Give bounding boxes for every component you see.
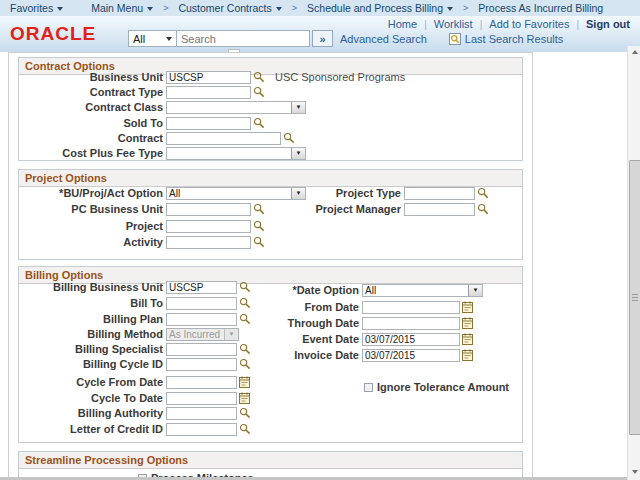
date-option-label: *Date Option (250, 284, 362, 296)
ignore-tolerance-amount-label: Ignore Tolerance Amount (377, 381, 509, 393)
search-scope-select[interactable]: All (128, 30, 177, 47)
lookup-icon[interactable] (239, 423, 251, 435)
search-input[interactable] (177, 30, 310, 47)
lookup-icon[interactable] (253, 220, 265, 232)
scrollbar-thumb[interactable] (629, 160, 640, 435)
from-date-label: From Date (250, 301, 362, 313)
billing-business-unit-input[interactable] (166, 281, 237, 294)
scroll-up-arrow-icon[interactable] (628, 46, 640, 58)
worklist-link[interactable]: Worklist (434, 18, 473, 30)
breadcrumb-favorites[interactable]: Favorites (10, 2, 63, 14)
oracle-logo: ORACLE (10, 23, 96, 45)
breadcrumb-label: Schedule and Process Billing (307, 2, 443, 14)
calendar-icon[interactable] (462, 349, 473, 361)
lookup-icon[interactable] (253, 71, 265, 83)
letter-of-credit-id-label: Letter of Credit ID (20, 423, 166, 435)
contract-class-select[interactable]: ▼ (166, 101, 306, 114)
lookup-icon[interactable] (253, 117, 265, 129)
dropdown-arrow-icon[interactable]: ▼ (291, 188, 305, 199)
header: ORACLE Home | Worklist | Add to Favorite… (0, 16, 640, 52)
sign-out-link[interactable]: Sign out (586, 18, 630, 30)
search-bar: All » (128, 30, 333, 47)
chevron-down-icon (276, 7, 282, 11)
breadcrumb-main-menu[interactable]: Main Menu (91, 2, 153, 14)
dropdown-arrow-icon[interactable]: ▼ (468, 285, 482, 296)
billing-authority-input[interactable] (166, 407, 237, 420)
project-input[interactable] (166, 220, 251, 233)
billing-specialist-input[interactable] (166, 343, 237, 356)
billing-method-label: Billing Method (20, 328, 166, 340)
lookup-icon[interactable] (477, 203, 489, 215)
breadcrumb-label: Customer Contracts (178, 2, 271, 14)
bu-proj-act-option-select[interactable]: All ▼ (166, 187, 306, 200)
activity-input[interactable] (166, 236, 251, 249)
add-to-favorites-link[interactable]: Add to Favorites (489, 18, 569, 30)
event-date-input[interactable] (362, 333, 460, 346)
through-date-label: Through Date (250, 317, 362, 329)
header-links: Home | Worklist | Add to Favorites | Sig… (381, 17, 632, 31)
lookup-icon[interactable] (253, 236, 265, 248)
home-link[interactable]: Home (388, 18, 417, 30)
cycle-to-date-input[interactable] (166, 392, 237, 405)
billing-cycle-id-label: Billing Cycle ID (20, 358, 166, 370)
business-unit-input[interactable] (166, 71, 251, 84)
business-unit-description: USC Sponsored Programs (275, 71, 405, 83)
project-manager-input[interactable] (404, 203, 475, 216)
streamline-processing-options-section: Streamline Processing Options (18, 451, 523, 480)
lookup-icon[interactable] (239, 358, 251, 370)
last-search-results-link[interactable]: Last Search Results (465, 33, 563, 45)
calendar-icon[interactable] (239, 392, 250, 404)
last-search-results-icon (449, 33, 461, 45)
billing-cycle-id-input[interactable] (166, 358, 237, 371)
contract-type-label: Contract Type (20, 86, 166, 98)
dropdown-arrow-icon[interactable]: ▼ (291, 102, 305, 113)
breadcrumb-separator: > (463, 3, 468, 13)
contract-type-input[interactable] (166, 86, 251, 99)
cycle-from-date-input[interactable] (166, 376, 237, 389)
lookup-icon[interactable] (253, 86, 265, 98)
chevron-down-icon (57, 7, 63, 11)
calendar-icon[interactable] (462, 317, 473, 329)
from-date-input[interactable] (362, 301, 460, 314)
chevron-down-icon (166, 37, 172, 41)
letter-of-credit-id-input[interactable] (166, 423, 237, 436)
scroll-down-arrow-icon[interactable] (628, 466, 640, 478)
breadcrumb-label: Main Menu (91, 2, 143, 14)
activity-label: Activity (20, 236, 166, 248)
contract-label: Contract (20, 132, 166, 144)
sold-to-input[interactable] (166, 117, 251, 130)
bu-proj-act-option-value: All (167, 188, 291, 199)
contract-input[interactable] (166, 132, 281, 145)
breadcrumb-customer-contracts[interactable]: Customer Contracts (178, 2, 281, 14)
search-go-button[interactable]: » (312, 30, 333, 47)
link-divider: | (424, 19, 427, 30)
dropdown-arrow-icon[interactable]: ▼ (291, 148, 305, 159)
search-links: Advanced Search Last Search Results (340, 33, 563, 45)
ignore-tolerance-amount-checkbox[interactable] (364, 383, 373, 392)
advanced-search-link[interactable]: Advanced Search (340, 33, 427, 45)
through-date-input[interactable] (362, 317, 460, 330)
bill-to-input[interactable] (166, 297, 237, 310)
breadcrumb-current-page: Process As Incurred Billing (478, 2, 603, 14)
lookup-icon[interactable] (253, 203, 265, 215)
breadcrumb-schedule-process-billing[interactable]: Schedule and Process Billing (307, 2, 453, 14)
chevron-down-icon (147, 7, 153, 11)
calendar-icon[interactable] (462, 333, 473, 345)
pc-business-unit-input[interactable] (166, 203, 251, 216)
billing-plan-input[interactable] (166, 313, 237, 326)
pc-business-unit-label: PC Business Unit (20, 203, 166, 215)
calendar-icon[interactable] (462, 301, 473, 313)
business-unit-label: Business Unit (20, 71, 166, 83)
calendar-icon[interactable] (239, 376, 250, 388)
project-type-input[interactable] (404, 187, 475, 200)
contract-class-label: Contract Class (20, 101, 166, 113)
invoice-date-input[interactable] (362, 349, 460, 362)
lookup-icon[interactable] (283, 132, 295, 144)
lookup-icon[interactable] (239, 407, 251, 419)
date-option-select[interactable]: All ▼ (362, 284, 483, 297)
vertical-scrollbar[interactable] (627, 46, 640, 480)
cost-plus-fee-type-select[interactable]: ▼ (166, 147, 306, 160)
link-divider: | (480, 19, 483, 30)
lookup-icon[interactable] (477, 187, 489, 199)
cost-plus-fee-type-label: Cost Plus Fee Type (20, 147, 166, 159)
